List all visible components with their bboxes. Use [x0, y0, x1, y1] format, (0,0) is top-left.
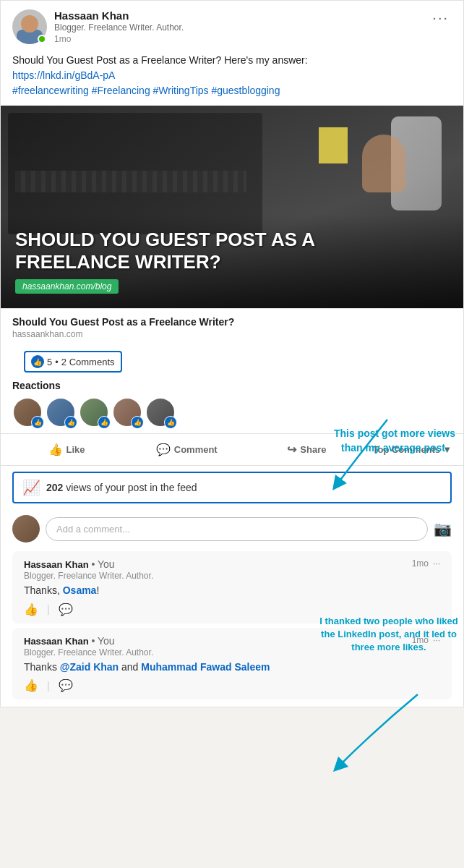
hand-decor — [362, 135, 405, 192]
author-name: Hassaan Khan — [54, 9, 184, 22]
more-options-button[interactable]: ··· — [429, 9, 452, 26]
chevron-down-icon: ▼ — [442, 444, 452, 455]
comment-button[interactable]: 💬 Comment — [126, 437, 246, 462]
reactor-4-wrap: 👍 — [112, 397, 142, 427]
comment-1-actions: 👍 | 💬 — [24, 603, 440, 616]
linkedin-post: Hassaan Khan Blogger. Freelance Writer. … — [0, 0, 464, 707]
commenter-avatar — [12, 515, 40, 542]
comment-2-actions: 👍 | 💬 — [24, 678, 440, 692]
views-label: views of your post in the feed — [66, 482, 197, 493]
image-overlay: SHOULD YOU GUEST POST AS A FREELANCE WRI… — [1, 214, 463, 308]
online-indicator — [38, 35, 46, 43]
comment-2-time-dots: 1mo ··· — [412, 635, 440, 645]
image-title-line2: FREELANCE WRITER? — [15, 251, 449, 273]
avatar-row: 👍 👍 👍 👍 👍 — [1, 393, 463, 433]
top-comments-label: Top Comments — [372, 444, 440, 455]
post-header: Hassaan Khan Blogger. Freelance Writer. … — [1, 1, 463, 50]
share-icon: ↪ — [287, 443, 296, 456]
post-time: 1mo — [54, 34, 184, 44]
comment-input-row: Add a comment... 📷 — [1, 509, 463, 548]
reactions-separator: • — [55, 357, 59, 367]
article-title: Should You Guest Post as a Freelance Wri… — [12, 316, 452, 328]
avatar-face — [21, 15, 38, 33]
comment-2-text: Thanks @Zaid Khan and Muhammad Fawad Sal… — [24, 660, 440, 675]
like-badge: 👍 — [31, 355, 44, 368]
comment-1-text-after: ! — [96, 584, 99, 596]
post-card: Hassaan Khan Blogger. Freelance Writer. … — [0, 0, 464, 707]
comment-1-text-before: Thanks, — [24, 584, 63, 596]
reactor-5-wrap: 👍 — [145, 397, 176, 427]
reactions-label: Reactions — [1, 377, 463, 393]
like-icon: 👍 — [48, 443, 63, 456]
comment-label: Comment — [174, 444, 218, 455]
article-domain: hassaankhan.com — [12, 329, 452, 339]
comment-2-author-block: Hassaan Khan • You Blogger. Freelance Wr… — [24, 635, 153, 658]
comment-2-more[interactable]: ··· — [433, 635, 440, 645]
like-icon-1: 👍 — [31, 416, 44, 429]
like-icon-3: 👍 — [98, 416, 111, 429]
like-icon-5: 👍 — [164, 416, 177, 429]
article-preview: Should You Guest Post as a Freelance Wri… — [1, 308, 463, 344]
comment-2-header: Hassaan Khan • You Blogger. Freelance Wr… — [24, 635, 440, 658]
post-question: Should You Guest Post as a Freelance Wri… — [12, 53, 452, 68]
share-button[interactable]: ↪ Share — [246, 437, 366, 462]
top-comments-button[interactable]: Top Comments ▼ — [366, 438, 457, 461]
keyboard-decor — [15, 171, 246, 192]
comment-1-like-button[interactable]: 👍 — [24, 603, 38, 616]
author-info: Hassaan Khan Blogger. Freelance Writer. … — [54, 9, 184, 44]
comment-2-between: and — [119, 661, 141, 673]
post-image: SHOULD YOU GUEST POST AS A FREELANCE WRI… — [1, 106, 463, 308]
comment-2-time: 1mo — [412, 635, 429, 645]
comment-2-body: Hassaan Khan • You Blogger. Freelance Wr… — [12, 628, 452, 700]
reactions-box-inner: 👍 5 • 2 Comments — [31, 355, 115, 368]
comment-1-author-block: Hassaan Khan • You Blogger. Freelance Wr… — [24, 558, 153, 581]
comment-2-author: Hassaan Khan — [24, 636, 89, 647]
share-label: Share — [300, 444, 326, 455]
comment-1-mention[interactable]: Osama — [63, 584, 97, 596]
author-subtitle: Blogger. Freelance Writer. Author. — [54, 22, 184, 33]
note-decor — [319, 127, 348, 163]
comment-1: Hassaan Khan • You Blogger. Freelance Wr… — [1, 551, 463, 624]
reactions-count-row: 👍 5 • 2 Comments — [1, 344, 463, 377]
comment-1-header: Hassaan Khan • You Blogger. Freelance Wr… — [24, 558, 440, 581]
comment-1-meta: Blogger. Freelance Writer. Author. — [24, 571, 153, 581]
views-count: 202 — [46, 482, 63, 493]
image-url-badge: hassaankhan.com/blog — [15, 279, 119, 294]
comment-1-you: • You — [91, 558, 114, 570]
comment-1-body: Hassaan Khan • You Blogger. Freelance Wr… — [12, 551, 452, 624]
views-text: 202 views of your post in the feed — [46, 482, 197, 493]
views-box: 📈 202 views of your post in the feed — [12, 472, 452, 503]
like-label: Like — [66, 444, 85, 455]
action-bar: 👍 Like 💬 Comment ↪ Share Top Comments ▼ — [1, 433, 463, 466]
comment-2-reply-button[interactable]: 💬 — [59, 678, 73, 692]
comment-2-text-before: Thanks — [24, 661, 60, 673]
camera-icon[interactable]: 📷 — [434, 520, 452, 537]
like-button[interactable]: 👍 Like — [7, 437, 126, 462]
comment-1-divider: | — [47, 603, 50, 615]
comment-2-mention1[interactable]: @Zaid Khan — [60, 661, 119, 673]
comment-1-time: 1mo — [412, 558, 429, 569]
post-link[interactable]: https://lnkd.in/gBdA-pA — [12, 68, 452, 83]
comment-input[interactable]: Add a comment... — [46, 517, 428, 541]
comment-2-mention2[interactable]: Muhammad Fawad Saleem — [141, 661, 270, 673]
comment-1-author: Hassaan Khan — [24, 559, 89, 570]
comment-2-you: • You — [91, 635, 114, 647]
image-title-line1: SHOULD YOU GUEST POST AS A — [15, 229, 449, 251]
comment-1-time-dots: 1mo ··· — [412, 558, 440, 569]
reactions-box[interactable]: 👍 5 • 2 Comments — [24, 351, 122, 373]
reactor-3-wrap: 👍 — [79, 397, 109, 427]
reactor-2-wrap: 👍 — [46, 397, 76, 427]
comment-2-meta: Blogger. Freelance Writer. Author. — [24, 647, 153, 658]
like-icon-4: 👍 — [131, 416, 144, 429]
comment-1-more[interactable]: ··· — [433, 558, 440, 569]
post-hashtags: #freelancewriting #Freelancing #WritingT… — [12, 83, 452, 98]
reactions-count: 5 — [47, 357, 52, 367]
comment-icon: 💬 — [156, 443, 171, 456]
comment-2-like-button[interactable]: 👍 — [24, 678, 38, 692]
author-avatar-wrap — [12, 9, 47, 44]
comment-2-divider: | — [47, 680, 50, 692]
comment-2: Hassaan Khan • You Blogger. Freelance Wr… — [1, 628, 463, 700]
like-icon-2: 👍 — [64, 416, 77, 429]
comment-1-reply-button[interactable]: 💬 — [59, 603, 73, 616]
comment-1-text: Thanks, Osama! — [24, 584, 440, 598]
